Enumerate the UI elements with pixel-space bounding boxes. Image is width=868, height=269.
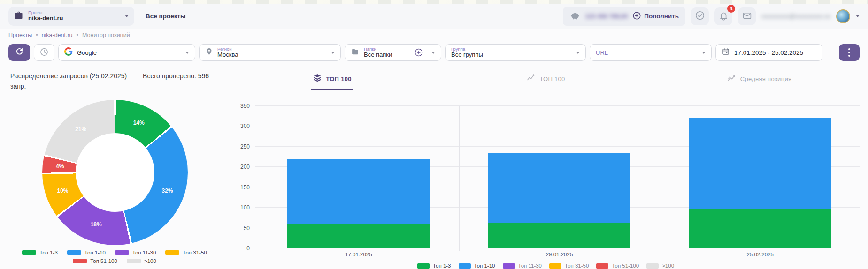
stacked-bar[interactable] xyxy=(689,118,831,248)
legend-item[interactable]: Топ 1-3 xyxy=(22,250,58,255)
bar-slot xyxy=(258,106,459,248)
legend-item[interactable]: Топ 1-10 xyxy=(459,263,495,269)
legend-swatch xyxy=(459,263,471,269)
project-name: nika-dent.ru xyxy=(28,15,63,22)
legend-swatch xyxy=(503,263,515,269)
tab-label: ТОП 100 xyxy=(326,75,351,82)
legend-item[interactable]: Топ 51-100 xyxy=(73,258,117,264)
region-select[interactable]: Регион Москва xyxy=(199,44,341,61)
bar-segment[interactable] xyxy=(488,223,631,248)
y-tick-label: 250 xyxy=(240,143,250,150)
y-tick-label: 200 xyxy=(240,164,250,170)
history-button[interactable] xyxy=(34,44,54,61)
donut-slice-label: 32% xyxy=(161,187,173,194)
legend-item[interactable]: Топ 11-30 xyxy=(115,250,156,255)
topup-button[interactable]: Пополнить xyxy=(632,11,679,22)
tab-top100-stacked[interactable]: ТОП 100 xyxy=(225,69,439,88)
legend-swatch xyxy=(549,263,561,269)
donut-slice-label: 18% xyxy=(91,221,102,228)
folders-select[interactable]: Папки Все папки xyxy=(345,44,441,61)
legend-label: Топ 31-50 xyxy=(183,250,207,255)
legend-swatch xyxy=(596,263,608,269)
legend-item[interactable]: Топ 1-10 xyxy=(67,250,106,255)
chart-tabs: ТОП 100 ТОП 100 xyxy=(225,69,866,88)
google-logo-icon xyxy=(64,47,73,58)
distribution-panel: Распределение запросов (25.02.2025) Всег… xyxy=(0,66,221,269)
tasks-check-button[interactable] xyxy=(691,7,709,25)
stacked-bar[interactable] xyxy=(287,159,430,248)
position-monitor-page: Проект nika-dent.ru Все проекты 123 456 … xyxy=(0,0,868,269)
envelope-icon xyxy=(742,11,752,22)
date-range-value: 17.01.2025 - 25.02.2025 xyxy=(734,49,803,56)
breadcrumb-projects[interactable]: Проекты xyxy=(8,32,32,38)
tab-label: ТОП 100 xyxy=(539,75,565,82)
check-circle-icon xyxy=(695,10,705,22)
y-tick-label: 150 xyxy=(240,184,250,191)
project-selector[interactable]: Проект nika-dent.ru xyxy=(8,7,134,26)
distribution-summary: Распределение запросов (25.02.2025) Всег… xyxy=(10,71,223,91)
kebab-icon xyxy=(848,48,850,50)
filters-toolbar: Google Регион Москва Папки Все папки xyxy=(0,41,868,66)
legend-swatch xyxy=(646,263,659,269)
folder-icon xyxy=(351,48,360,58)
legend-label: Топ 11-30 xyxy=(518,263,542,269)
breadcrumb-project-name[interactable]: nika-dent.ru xyxy=(42,32,73,38)
legend-swatch xyxy=(127,259,141,263)
tab-average-position[interactable]: Средняя позиция xyxy=(653,69,866,88)
add-folder-button[interactable] xyxy=(414,48,423,57)
legend-label: Топ 31-50 xyxy=(565,263,589,269)
location-pin-icon xyxy=(205,47,213,58)
more-options-button[interactable] xyxy=(839,44,860,61)
avatar[interactable] xyxy=(836,9,850,23)
legend-item[interactable]: Топ 1-3 xyxy=(417,263,451,269)
legend-item[interactable]: >100 xyxy=(646,263,674,269)
chevron-down-icon xyxy=(576,52,580,54)
chevron-down-icon xyxy=(331,52,335,54)
briefcase-icon xyxy=(14,11,23,22)
stacked-bar[interactable] xyxy=(488,153,631,248)
date-range-picker[interactable]: 17.01.2025 - 25.02.2025 xyxy=(715,44,822,61)
main-content: Распределение запросов (25.02.2025) Всег… xyxy=(0,66,868,269)
chart-panel: ТОП 100 ТОП 100 xyxy=(221,66,868,269)
y-tick-label: 350 xyxy=(240,103,250,109)
legend-item[interactable]: Топ 31-50 xyxy=(549,263,589,269)
bar-segment[interactable] xyxy=(287,159,430,224)
bar-segment[interactable] xyxy=(689,118,831,209)
legend-item[interactable]: >100 xyxy=(127,258,156,264)
bar-segment[interactable] xyxy=(488,153,631,223)
donut-legend: Топ 1-3Топ 1-10Топ 11-30Топ 31-50Топ 51-… xyxy=(13,250,216,264)
url-placeholder: URL xyxy=(596,49,608,56)
legend-label: Топ 11-30 xyxy=(132,250,156,255)
legend-item[interactable]: Топ 11-30 xyxy=(503,263,542,269)
browser-edge-strip xyxy=(0,0,868,4)
legend-swatch xyxy=(115,250,129,255)
refresh-button[interactable] xyxy=(8,44,30,61)
search-engine-select[interactable]: Google xyxy=(58,44,195,61)
groups-select[interactable]: Группа Все группы xyxy=(445,44,586,61)
url-filter-select[interactable]: URL xyxy=(590,44,712,61)
trend-line-icon xyxy=(727,73,737,84)
layers-icon xyxy=(313,73,322,84)
legend-item[interactable]: Топ 51-100 xyxy=(596,263,639,269)
legend-swatch xyxy=(67,250,81,255)
legend-label: Топ 51-100 xyxy=(90,258,117,264)
all-projects-link[interactable]: Все проекты xyxy=(146,13,186,20)
bar-segment[interactable] xyxy=(287,224,430,248)
search-engine-value: Google xyxy=(77,49,97,56)
account-menu-chevron-icon[interactable] xyxy=(856,15,860,17)
donut-slice-label: 10% xyxy=(57,187,68,194)
distribution-donut-chart[interactable]: 14%32%18%10%4%21% xyxy=(42,100,188,245)
legend-item[interactable]: Топ 31-50 xyxy=(165,250,207,255)
pulse-plus-icon xyxy=(526,73,536,84)
region-value: Москва xyxy=(217,52,238,58)
folders-value: Все папки xyxy=(364,52,392,58)
donut-slice-label: 14% xyxy=(133,120,145,126)
legend-label: Топ 1-3 xyxy=(433,263,451,269)
breadcrumb-position-monitor: Монитор позиций xyxy=(82,32,130,38)
notifications-button[interactable]: 4 xyxy=(714,7,732,25)
legend-swatch xyxy=(165,250,179,255)
legend-swatch xyxy=(22,250,36,255)
tab-top100-lines[interactable]: ТОП 100 xyxy=(439,69,653,88)
messages-button[interactable] xyxy=(738,7,756,25)
bar-segment[interactable] xyxy=(689,209,831,248)
